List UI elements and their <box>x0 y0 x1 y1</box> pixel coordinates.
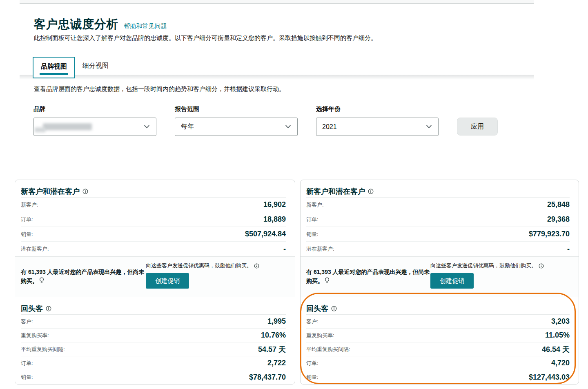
repeat-customers-title: 回头客 <box>21 304 43 313</box>
chevron-down-icon <box>143 123 150 130</box>
repeat-customers-title: 回头客 <box>306 304 328 313</box>
metric-row: 订单: 18,889 <box>21 212 286 227</box>
repeat-customers-header: 回头客 <box>21 297 286 315</box>
tab-segment-view-label: 细分视图 <box>82 62 109 69</box>
brand-filter: 品牌 <box>33 105 156 136</box>
tab-description: 查看品牌层面的客户忠诚度数据，包括一段时间内的趋势和客户细分，并根据建议采取行动… <box>34 85 285 93</box>
promo-hint: 向这些客户发送促销优惠码，鼓励他们购买。 <box>146 262 287 269</box>
metric-row: 重复购买率: 11.05% <box>306 329 570 342</box>
year-filter: 选择年份 2021 <box>316 105 439 136</box>
page-subtitle: 此控制面板可让您深入了解客户对您品牌的忠诚度。以下客户细分可衡量和定义您的客户。… <box>34 34 377 42</box>
promo-hint: 向这些客户发送促销优惠码，鼓励他们购买。 <box>430 262 570 269</box>
create-promotion-button[interactable]: 创建促销 <box>146 273 189 289</box>
new-customers-title: 新客户和潜在客户 <box>306 187 365 196</box>
page-header: 客户忠诚度分析 帮助和常见问题 <box>34 16 167 33</box>
range-select-value: 每年 <box>181 122 194 131</box>
metrics-panel-left: 新客户和潜在客户 新客户: 16,902 订单: 18,889 销量: $507… <box>15 180 295 385</box>
info-icon[interactable] <box>46 306 51 311</box>
lightbulb-icon <box>324 277 330 284</box>
top-toolbar-remnant <box>20 0 534 4</box>
help-link[interactable]: 帮助和常见问题 <box>124 22 167 30</box>
range-filter-label: 报告范围 <box>175 105 298 113</box>
chevron-down-icon <box>285 123 292 130</box>
year-select-value: 2021 <box>322 123 337 131</box>
metric-row: 订单: 2,722 <box>21 356 286 370</box>
active-tab-underline <box>40 73 68 75</box>
info-icon[interactable] <box>82 189 88 194</box>
tab-segment-view[interactable]: 细分视图 <box>75 57 116 78</box>
metrics-panels: 新客户和潜在客户 新客户: 16,902 订单: 18,889 销量: $507… <box>15 180 579 385</box>
year-select[interactable]: 2021 <box>316 118 439 136</box>
promo-banner: 有 61,393 人最近对您的产品表现出兴趣，但尚未购买。 向这些客户发送促销优… <box>15 256 295 297</box>
page-title: 客户忠诚度分析 <box>34 16 118 33</box>
promo-message: 有 61,393 人最近对您的产品表现出兴趣，但尚未购买。 <box>21 268 146 285</box>
metric-row: 重复购买率: 10.76% <box>21 329 286 342</box>
promo-message: 有 61,393 人最近对您的产品表现出兴趣，但尚未购买。 <box>306 268 430 285</box>
filter-bar: 品牌 报告范围 每年 选择年份 2021 应用 <box>33 105 498 136</box>
new-customers-title: 新客户和潜在客户 <box>21 187 80 196</box>
lightbulb-icon <box>39 277 45 284</box>
range-select[interactable]: 每年 <box>175 118 298 136</box>
metric-row: 客户: 1,995 <box>21 315 286 329</box>
metric-row: 销量: $127,443.03 <box>306 370 570 384</box>
view-tabs: 品牌视图 细分视图 <box>33 57 116 78</box>
metrics-panel-right: 新客户和潜在客户 新客户: 25,848 订单: 29,368 销量: $779… <box>300 180 579 385</box>
year-filter-label: 选择年份 <box>316 105 439 113</box>
info-icon[interactable] <box>368 189 374 194</box>
metric-row: 销量: $78,437.70 <box>21 370 286 384</box>
metric-row: 订单: 4,720 <box>306 356 570 370</box>
promo-banner: 有 61,393 人最近对您的产品表现出兴趣，但尚未购买。 向这些客户发送促销优… <box>301 256 579 297</box>
info-icon[interactable] <box>331 306 337 311</box>
tab-brand-view[interactable]: 品牌视图 <box>33 57 75 78</box>
brand-select[interactable] <box>33 118 156 136</box>
metric-row: 平均重复购买间隔: 54.57 天 <box>21 342 286 356</box>
create-promotion-button[interactable]: 创建促销 <box>430 273 474 289</box>
tab-brand-view-label: 品牌视图 <box>41 63 67 70</box>
metric-row: 客户: 3,203 <box>306 315 570 329</box>
metric-row: 潜在新客户: - <box>306 242 570 256</box>
metric-row: 潜在新客户: - <box>21 242 286 256</box>
range-filter: 报告范围 每年 <box>175 105 298 136</box>
apply-button[interactable]: 应用 <box>457 118 498 136</box>
brand-filter-label: 品牌 <box>33 105 156 113</box>
metric-row: 销量: $779,923.70 <box>306 227 570 242</box>
brand-select-value-redacted <box>40 122 143 131</box>
metric-row: 平均重复购买间隔: 46.54 天 <box>306 342 570 356</box>
repeat-customers-header: 回头客 <box>306 297 570 315</box>
chevron-down-icon <box>425 123 432 130</box>
new-customers-header: 新客户和潜在客户 <box>21 180 286 198</box>
metric-row: 新客户: 25,848 <box>306 198 570 212</box>
metric-row: 订单: 29,368 <box>306 212 570 227</box>
metric-row: 新客户: 16,902 <box>21 198 286 212</box>
new-customers-header: 新客户和潜在客户 <box>306 180 570 198</box>
info-icon[interactable] <box>539 263 544 269</box>
metric-row: 销量: $507,924.84 <box>21 227 286 242</box>
info-icon[interactable] <box>254 263 259 269</box>
